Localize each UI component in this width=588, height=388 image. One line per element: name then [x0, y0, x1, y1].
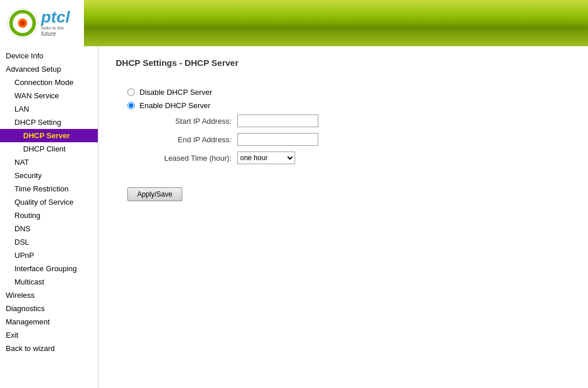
leased-time-label: Leased Time (hour): — [139, 154, 231, 162]
leased-time-select[interactable]: one hour two hours three hours four hour… — [237, 151, 295, 164]
sidebar-item-wan-service[interactable]: WAN Service — [0, 89, 98, 102]
sidebar-item-lan[interactable]: LAN — [0, 102, 98, 116]
start-ip-row: Start IP Address: — [139, 114, 571, 127]
sidebar-item-exit[interactable]: Exit — [0, 328, 98, 342]
enable-dhcp-row: Enable DHCP Server — [127, 101, 571, 110]
leased-time-row: Leased Time (hour): one hour two hours t… — [139, 151, 571, 164]
disable-dhcp-row: Disable DHCP Server — [127, 88, 571, 97]
dhcp-form: Disable DHCP Server Enable DHCP Server S… — [127, 88, 571, 164]
sidebar-item-dns[interactable]: DNS — [0, 222, 98, 235]
logo-area: ptcl hello to the future — [0, 0, 84, 46]
main-content: DHCP Settings - DHCP Server Disable DHCP… — [98, 46, 588, 388]
sidebar-item-upnp[interactable]: UPnP — [0, 249, 98, 262]
sidebar-item-dhcp-client[interactable]: DHCP Client — [0, 142, 98, 156]
brand-text: ptcl hello to the future — [41, 9, 70, 37]
enable-dhcp-radio[interactable] — [127, 102, 135, 109]
svg-point-3 — [20, 21, 25, 25]
sidebar-item-interface-grouping[interactable]: Interface Grouping — [0, 262, 98, 275]
brand-name: ptcl — [41, 9, 70, 25]
sidebar-item-management[interactable]: Management — [0, 315, 98, 328]
sidebar-item-dsl[interactable]: DSL — [0, 235, 98, 249]
sidebar-item-wireless[interactable]: Wireless — [0, 289, 98, 302]
disable-dhcp-radio[interactable] — [127, 88, 135, 96]
sidebar-item-routing[interactable]: Routing — [0, 209, 98, 222]
sidebar-item-dhcp-server[interactable]: DHCP Server — [0, 129, 98, 142]
sidebar-item-time-restriction[interactable]: Time Restriction — [0, 182, 98, 195]
end-ip-row: End IP Address: — [139, 133, 571, 146]
sidebar-item-advanced-setup[interactable]: Advanced Setup — [0, 62, 98, 76]
sidebar-item-back-to-wizard[interactable]: Back to wizard — [0, 342, 98, 355]
page-title: DHCP Settings - DHCP Server — [116, 58, 571, 71]
start-ip-label: Start IP Address: — [139, 117, 231, 125]
end-ip-input[interactable] — [237, 133, 318, 146]
end-ip-label: End IP Address: — [139, 135, 231, 144]
start-ip-input[interactable] — [237, 114, 318, 127]
sidebar: Device Info Advanced Setup Connection Mo… — [0, 46, 98, 388]
sidebar-item-multicast[interactable]: Multicast — [0, 275, 98, 289]
header: ptcl hello to the future — [0, 0, 588, 46]
sidebar-item-device-info[interactable]: Device Info — [0, 49, 98, 62]
sidebar-item-connection-mode[interactable]: Connection Mode — [0, 76, 98, 89]
disable-dhcp-label: Disable DHCP Server — [139, 88, 212, 97]
sidebar-item-quality-of-service[interactable]: Quality of Service — [0, 195, 98, 209]
sidebar-item-dhcp-setting[interactable]: DHCP Setting — [0, 116, 98, 129]
sidebar-item-diagnostics[interactable]: Diagnostics — [0, 302, 98, 315]
layout: Device Info Advanced Setup Connection Mo… — [0, 46, 588, 388]
apply-save-area: Apply/Save — [127, 187, 571, 201]
sidebar-item-security[interactable]: Security — [0, 169, 98, 182]
enable-dhcp-label: Enable DHCP Server — [139, 101, 211, 110]
brand-tagline-future: future — [41, 31, 70, 37]
apply-save-button[interactable]: Apply/Save — [127, 187, 182, 201]
brand-tagline-hello: hello to the — [41, 25, 70, 31]
sidebar-item-nat[interactable]: NAT — [0, 156, 98, 169]
ptcl-logo-icon — [7, 8, 39, 39]
